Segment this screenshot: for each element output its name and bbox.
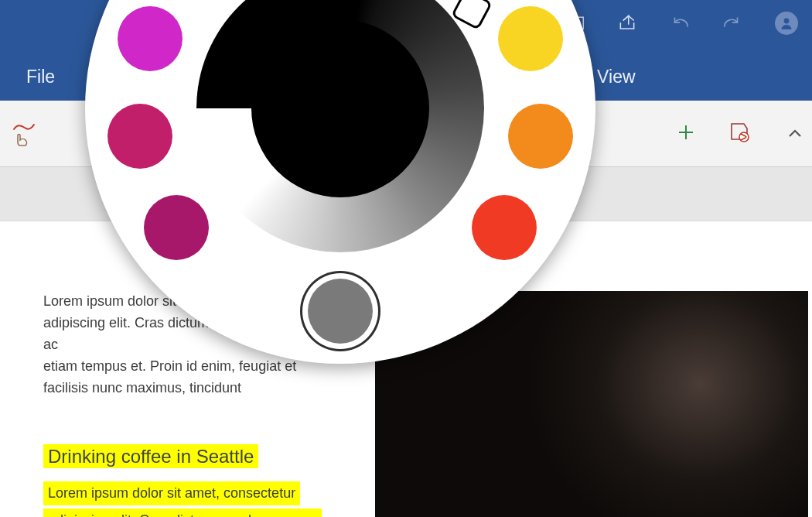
app-window: Seattle's Coffee Culture - Saved	[0, 0, 812, 517]
share-icon[interactable]	[617, 13, 637, 33]
para1-line: facilisis nunc maximus, tincidunt	[43, 378, 299, 399]
document-title: Seattle's Coffee Culture - Saved	[170, 13, 423, 34]
redo-icon[interactable]	[722, 13, 742, 33]
swatch-rose[interactable]	[107, 104, 172, 169]
tab-file[interactable]: File	[9, 53, 72, 101]
tab-insert[interactable]: Insert	[184, 53, 263, 101]
paragraph-block-1: Lorem ipsum dolor sit amet, consectetur …	[43, 291, 299, 399]
highlighted-paragraph: Lorem ipsum dolor sit amet, consectetur …	[43, 481, 322, 517]
swatch-red[interactable]	[472, 195, 537, 260]
swatch-gray[interactable]	[308, 279, 373, 344]
tab-layout[interactable]: Layout	[370, 53, 457, 101]
account-icon[interactable]	[775, 12, 798, 35]
swatch-red-violet[interactable]	[144, 195, 209, 260]
document-page: Lorem ipsum dolor sit amet, consectetur …	[0, 221, 812, 517]
highlighted-heading: Drinking coffee in Seattle	[43, 446, 258, 467]
inline-image[interactable]	[375, 291, 808, 517]
heading-text: Drinking coffee in Seattle	[43, 444, 258, 468]
book-open-icon[interactable]	[565, 13, 585, 33]
collapse-ribbon-icon[interactable]	[786, 125, 804, 143]
tab-view[interactable]: View	[580, 53, 652, 101]
ribbon-left-group	[11, 101, 39, 167]
ribbon-tabs: File Home Insert Draw Layout Review View	[0, 53, 812, 101]
svg-point-5	[739, 132, 749, 142]
para1-line: Lorem ipsum dolor sit amet, consectetur	[43, 291, 299, 313]
para2-line: Lorem ipsum dolor sit amet, consectetur	[43, 481, 300, 505]
touch-draw-icon[interactable]	[11, 118, 39, 149]
ink-replay-icon[interactable]	[727, 119, 753, 149]
ribbon-right-group	[677, 101, 804, 167]
para2-line: adipiscing elit. Cras dictum arcu lorem,…	[43, 508, 322, 517]
add-pen-icon[interactable]	[677, 124, 694, 144]
swatch-magenta[interactable]	[118, 6, 183, 71]
document-canvas: Lorem ipsum dolor sit amet, consectetur …	[0, 167, 812, 517]
tab-draw[interactable]: Draw	[278, 56, 354, 101]
swatch-yellow[interactable]	[498, 6, 563, 71]
para1-line: etiam tempus et. Proin id enim, feugiat …	[43, 356, 299, 378]
svg-point-2	[784, 19, 790, 24]
para1-line: adipiscing elit. Cras dictum arcu lorem,…	[43, 313, 299, 356]
undo-icon[interactable]	[670, 13, 690, 33]
